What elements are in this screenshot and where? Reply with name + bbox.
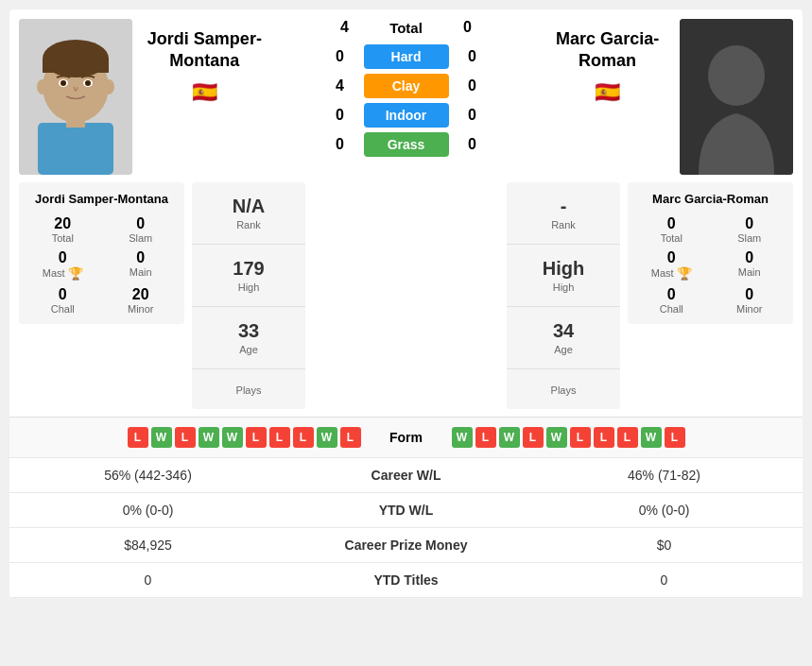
left-ytd-titles: 0 <box>19 572 277 588</box>
hard-right: 0 <box>463 48 482 65</box>
left-main-val: 0 <box>107 249 176 266</box>
left-card-name: Jordi Samper-Montana <box>28 192 175 208</box>
left-high-val: 179 <box>192 258 305 280</box>
left-player-card: Jordi Samper-Montana 20 Total 0 Slam 0 M… <box>19 182 184 324</box>
right-slam-val: 0 <box>716 215 785 232</box>
right-high-val: High <box>507 258 620 280</box>
right-total-lbl: Total <box>637 232 706 244</box>
clay-badge: Clay <box>364 74 449 98</box>
form-badge-w2: W <box>199 427 219 448</box>
clay-left: 4 <box>331 77 350 94</box>
svg-point-13 <box>708 45 765 106</box>
trophy-icon-right: 🏆 <box>677 266 692 281</box>
form-badge-w4: W <box>317 427 337 448</box>
left-minor-val: 20 <box>107 286 176 303</box>
indoor-row: 0 Indoor 0 <box>331 103 482 128</box>
prize-row: $84,925 Career Prize Money $0 <box>9 527 803 562</box>
right-form-badges: W L W L W L L L W L <box>452 427 794 448</box>
left-plays-lbl: Plays <box>192 384 305 396</box>
indoor-badge: Indoor <box>364 103 449 128</box>
svg-point-8 <box>60 80 66 86</box>
svg-rect-1 <box>38 123 113 175</box>
left-info-panel: N/A Rank 179 High 33 Age Plays <box>192 182 305 409</box>
left-form-badges: L W L W W L L L W L <box>19 427 361 448</box>
indoor-right: 0 <box>463 107 482 124</box>
right-slam-lbl: Slam <box>716 232 785 244</box>
form-center-label: Form <box>369 430 444 445</box>
right-mast-val: 0 <box>637 249 706 266</box>
form-row: L W L W W L L L W L Form W L W L W L L L… <box>9 417 803 457</box>
right-ytd-wl: 0% (0-0) <box>535 503 793 518</box>
left-career-wl: 56% (442-346) <box>19 468 277 483</box>
form-badge-w3: W <box>222 427 243 448</box>
grass-row: 0 Grass 0 <box>331 132 482 157</box>
right-chall-lbl: Chall <box>637 303 706 315</box>
prize-label: Career Prize Money <box>277 538 535 553</box>
left-chall-lbl: Chall <box>28 303 97 315</box>
left-total-val: 20 <box>28 215 97 232</box>
left-mast-val: 0 <box>28 249 97 266</box>
form-badge-l5: L <box>293 427 314 448</box>
total-row: 4 Total 0 <box>336 19 477 36</box>
trophy-icon-left: 🏆 <box>68 266 83 281</box>
grass-left: 0 <box>331 136 350 153</box>
grass-right: 0 <box>463 136 482 153</box>
form-badge-l6: L <box>340 427 361 448</box>
right-chall-val: 0 <box>637 286 706 303</box>
rform-badge-l2: L <box>523 427 544 448</box>
hard-badge: Hard <box>364 44 449 69</box>
center-surfaces: 4 Total 0 0 Hard 0 4 Clay 0 0 Indoor 0 <box>277 19 536 157</box>
left-player-flag: 🇪🇸 <box>192 80 217 105</box>
right-minor-lbl: Minor <box>716 303 785 315</box>
stats-panels: Jordi Samper-Montana 20 Total 0 Slam 0 M… <box>9 175 803 409</box>
svg-rect-5 <box>43 59 109 73</box>
left-age-val: 33 <box>192 320 305 342</box>
rform-badge-l5: L <box>617 427 638 448</box>
left-minor-lbl: Minor <box>107 303 176 315</box>
left-player-name-section: Jordi Samper- Montana 🇪🇸 <box>140 19 269 105</box>
right-high-lbl: High <box>507 282 620 293</box>
left-slam-val: 0 <box>107 215 176 232</box>
rform-badge-l4: L <box>594 427 614 448</box>
total-left: 4 <box>336 19 354 36</box>
right-age-lbl: Age <box>507 344 620 355</box>
left-rank-lbl: Rank <box>192 219 305 231</box>
left-mast-lbl: Mast <box>43 267 65 279</box>
right-player-flag: 🇪🇸 <box>595 80 620 105</box>
form-badge-l3: L <box>246 427 267 448</box>
clay-row: 4 Clay 0 <box>331 74 482 98</box>
rform-badge-w4: W <box>641 427 662 448</box>
ytd-titles-label: YTD Titles <box>277 572 535 588</box>
right-mast-lbl: Mast <box>651 267 674 279</box>
ytd-wl-label: YTD W/L <box>277 503 535 518</box>
right-total-val: 0 <box>637 215 706 232</box>
right-player-name: Marc Garcia- Roman <box>556 28 659 73</box>
form-badge-w1: W <box>151 427 172 448</box>
svg-point-10 <box>37 79 48 94</box>
career-wl-label: Career W/L <box>277 468 535 483</box>
left-rank-val: N/A <box>192 196 305 217</box>
clay-right: 0 <box>463 77 482 94</box>
hard-row: 0 Hard 0 <box>331 44 482 69</box>
ytd-titles-row: 0 YTD Titles 0 <box>9 562 803 598</box>
grass-badge: Grass <box>364 132 449 157</box>
right-minor-val: 0 <box>716 286 785 303</box>
rform-badge-w3: W <box>546 427 567 448</box>
rform-badge-l3: L <box>570 427 591 448</box>
left-total-lbl: Total <box>28 232 97 244</box>
total-label: Total <box>369 20 444 36</box>
left-age-lbl: Age <box>192 344 305 355</box>
right-main-val: 0 <box>716 249 785 266</box>
left-slam-lbl: Slam <box>107 232 176 244</box>
left-chall-val: 0 <box>28 286 97 303</box>
left-main-lbl: Main <box>107 266 176 278</box>
rform-badge-l6: L <box>665 427 685 448</box>
form-badge-l1: L <box>128 427 148 448</box>
total-right: 0 <box>458 19 477 36</box>
rform-badge-w2: W <box>499 427 520 448</box>
right-player-photo <box>680 19 793 175</box>
rform-badge-w1: W <box>452 427 473 448</box>
right-rank-lbl: Rank <box>507 219 620 231</box>
right-ytd-titles: 0 <box>535 572 793 588</box>
right-card-name: Marc Garcia-Roman <box>637 192 784 208</box>
